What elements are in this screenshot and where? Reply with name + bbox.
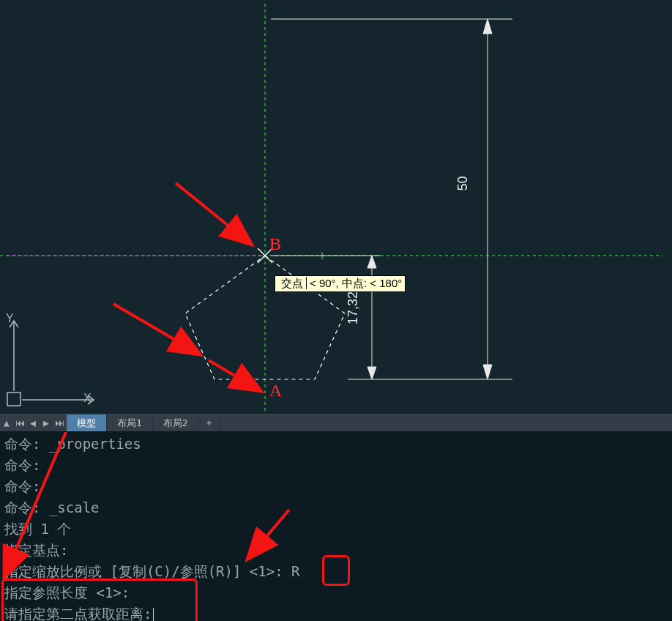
annotation-arrows — [113, 183, 262, 392]
point-label-b: B — [269, 234, 281, 254]
svg-marker-7 — [367, 256, 376, 268]
tab-model[interactable]: 模型 — [67, 414, 107, 431]
cmd-line: 命令: — [4, 455, 668, 476]
text-cursor — [153, 608, 154, 622]
command-log[interactable]: 命令: _properties 命令: 命令: 命令: _scale 找到 1 … — [0, 432, 672, 621]
ucs-x-label: X — [83, 392, 92, 405]
dimension-text-inner: 17,32 — [346, 291, 361, 324]
cmd-prompt[interactable]: 请指定第二点获取距离: — [4, 603, 668, 621]
tab-nav-last-icon[interactable]: ⏭ — [53, 414, 66, 431]
drawing-viewport[interactable]: 50 17,32 B A X Y 交点< 90°, 中点: < 180° — [0, 0, 672, 414]
drawing-canvas[interactable] — [0, 0, 672, 414]
dimension-text-50: 50 — [455, 176, 471, 190]
tab-nav-next-icon[interactable]: ▶ — [40, 414, 53, 431]
dimension-inner — [271, 256, 381, 379]
cmd-line: 指定基点: — [4, 540, 668, 561]
svg-marker-8 — [367, 367, 376, 379]
tab-add[interactable]: + — [199, 414, 220, 431]
tooltip-part1: 交点 — [278, 277, 307, 289]
layout-tab-bar: ▲ ⏮ ◀ ▶ ⏭ 模型 布局1 布局2 + — [0, 414, 672, 432]
tab-layout2[interactable]: 布局2 — [153, 414, 199, 431]
ucs-y-label: Y — [6, 312, 14, 325]
cmd-line: 命令: _properties — [4, 434, 668, 455]
tab-nav-group: ▲ ⏮ ◀ ▶ ⏭ — [0, 414, 67, 431]
svg-line-17 — [209, 360, 262, 392]
svg-marker-4 — [483, 365, 492, 379]
svg-rect-11 — [7, 393, 20, 406]
cmd-line: 指定缩放比例或 [复制(C)/参照(R)] <1>: R — [4, 561, 668, 582]
osnap-tooltip: 交点< 90°, 中点: < 180° — [275, 275, 406, 292]
ucs-icon — [7, 321, 94, 406]
tab-nav-first-icon[interactable]: ⏮ — [13, 414, 26, 431]
cmd-line: 指定参照长度 <1>: — [4, 582, 668, 603]
cmd-line: 命令: _scale — [4, 497, 668, 518]
dimension-50 — [271, 19, 512, 379]
point-label-a: A — [269, 381, 282, 401]
svg-marker-3 — [483, 19, 492, 34]
tab-nav-prev-icon[interactable]: ◀ — [26, 414, 40, 431]
cmd-line: 找到 1 个 — [4, 518, 668, 540]
svg-line-15 — [176, 183, 253, 245]
tooltip-part2: < 90°, 中点: < 180° — [307, 277, 402, 289]
cmd-line: 命令: — [4, 476, 668, 497]
tab-nav-up-icon[interactable]: ▲ — [0, 414, 13, 431]
tab-layout1[interactable]: 布局1 — [107, 414, 153, 431]
